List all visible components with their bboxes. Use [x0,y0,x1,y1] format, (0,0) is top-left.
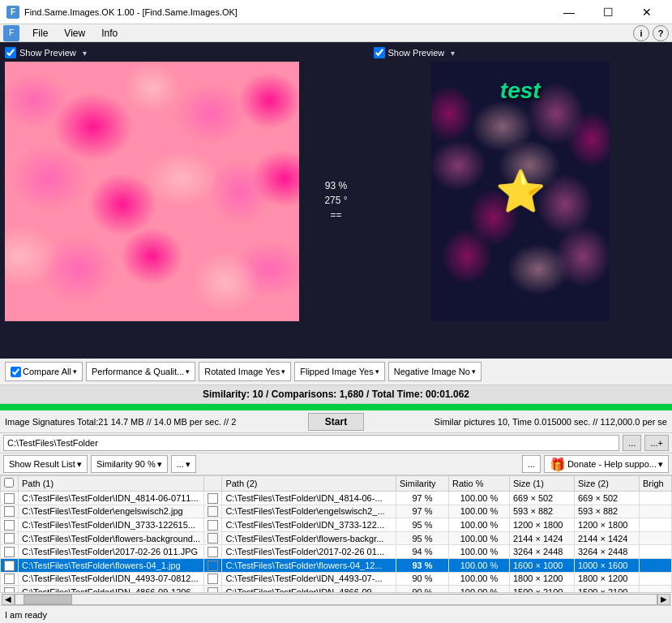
row-check1[interactable] [1,586,19,592]
row-check1[interactable] [1,545,19,559]
menubar: F File View Info i ? [0,24,672,42]
left-image [5,62,299,321]
row-similarity: 93 % [396,558,449,572]
row-similarity: 90 % [396,586,449,592]
show-result-dropdown[interactable]: Show Result List ▾ [3,455,88,473]
donate-arrow: ▾ [658,459,663,470]
row-path1: C:\TestFiles\TestFolder\IDN_4814-06-0711… [19,492,204,505]
compare-all-checkbox[interactable] [11,367,21,377]
row-check2[interactable] [204,586,222,592]
menu-file[interactable]: File [26,26,54,41]
row-size1: 669 × 502 [510,492,575,505]
scroll-track[interactable] [15,594,657,605]
help-button-question[interactable]: ? [653,25,669,41]
row-ratio: 100.00 % [449,586,510,592]
row-check2[interactable] [204,558,222,572]
table-row[interactable]: C:\TestFiles\TestFolder\engelswisch2.jpg… [1,505,672,518]
select-all-checkbox[interactable] [4,478,14,488]
close-button[interactable]: ✕ [628,0,666,24]
scroll-left-arrow[interactable]: ◀ [2,594,15,605]
row-size2: 3264 × 2448 [575,545,640,559]
row-path2: C:\TestFiles\TestFolder\IDN_4866-09-... [222,586,396,592]
table-row[interactable]: C:\TestFiles\TestFolder\IDN_4814-06-0711… [1,492,672,505]
star-emoji: ⭐ [495,168,546,215]
row-check1[interactable] [1,558,19,572]
progress-fill [0,404,672,410]
row-size1: 3264 × 2448 [510,545,575,559]
menu-view[interactable]: View [58,26,92,41]
row-path2: C:\TestFiles\TestFolder\flowers-04_12... [222,558,396,572]
col-check1 [1,476,19,492]
col-path2-header: Path (2) [222,476,396,492]
path-browse-button[interactable]: ... [623,435,641,451]
left-preview-arrow[interactable]: ▾ [83,49,87,58]
path-input[interactable] [3,435,619,451]
right-preview-arrow[interactable]: ▾ [451,49,455,58]
row-brigh [640,531,672,545]
more2-options-dropdown[interactable]: ... [522,455,541,473]
more-options-dropdown[interactable]: ... ▾ [171,455,196,473]
col-brigh-header: Brigh [640,476,672,492]
table-body: C:\TestFiles\TestFolder\IDN_4814-06-0711… [1,492,672,593]
donate-dropdown[interactable]: 🎁 Donate - Help suppo... ▾ [544,455,669,473]
table-row[interactable]: C:\TestFiles\TestFolder\flowers-backgrou… [1,531,672,545]
table-header: Path (1) Path (2) Similarity Ratio % Siz… [1,476,672,492]
scroll-right-arrow[interactable]: ▶ [657,594,670,605]
menu-info[interactable]: Info [95,26,124,41]
row-path2: C:\TestFiles\TestFolder\2017-02-26 01... [222,545,396,559]
row-path2: C:\TestFiles\TestFolder\IDN_3733-122... [222,518,396,532]
rotated-dropdown[interactable]: Rotated Image Yes ▾ [199,362,291,381]
table-row[interactable]: C:\TestFiles\TestFolder\2017-02-26 011.J… [1,545,672,559]
horizontal-scrollbar[interactable]: ◀ ▶ [0,592,672,605]
row-check2[interactable] [204,505,222,518]
start-button[interactable]: Start [308,413,364,431]
left-show-preview-checkbox[interactable] [5,47,16,58]
row-path1: C:\TestFiles\TestFolder\IDN_4493-07-0812… [19,572,204,586]
row-check1[interactable] [1,572,19,586]
minimize-button[interactable]: — [550,0,588,24]
row-check2[interactable] [204,545,222,559]
table-row[interactable]: C:\TestFiles\TestFolder\IDN_3733-122615.… [1,518,672,532]
row-check1[interactable] [1,492,19,505]
similarity-text: Similarity: 10 / Comparisons: 1,680 / To… [203,389,469,400]
help-button-info[interactable]: i [633,25,649,41]
maximize-button[interactable]: ☐ [589,0,627,24]
performance-dropdown[interactable]: Performance & Qualit... ▾ [86,362,195,381]
table-row[interactable]: C:\TestFiles\TestFolder\IDN_4493-07-0812… [1,572,672,586]
row-brigh [640,586,672,592]
col-size2-header: Size (2) [575,476,640,492]
row-size2: 1500 × 2100 [575,586,640,592]
right-show-preview-checkbox[interactable] [374,47,385,58]
show-result-arrow: ▾ [77,459,82,470]
scroll-thumb[interactable] [24,595,72,604]
flipped-dropdown[interactable]: Flipped Image Yes ▾ [294,362,385,381]
more-options-arrow: ▾ [186,459,190,470]
more2-label: ... [528,459,535,469]
table-section: Path (1) Path (2) Similarity Ratio % Siz… [0,475,672,605]
row-check2[interactable] [204,531,222,545]
table-row[interactable]: C:\TestFiles\TestFolder\flowers-04_1.jpg… [1,558,672,572]
table-row[interactable]: C:\TestFiles\TestFolder\IDN_4866-09-1206… [1,586,672,592]
similarity-dropdown[interactable]: Similarity 90 % ▾ [91,455,168,473]
similarity-percentage: 93 % [325,180,347,191]
row-ratio: 100.00 % [449,531,510,545]
preview-section: Show Preview ▾ 93 % 275 ° == Show Previe… [0,42,672,359]
row-check2[interactable] [204,572,222,586]
row-check2[interactable] [204,492,222,505]
compare-all-dropdown[interactable]: Compare All ▾ [5,362,83,381]
row-path1: C:\TestFiles\TestFolder\flowers-04_1.jpg [19,558,204,572]
row-check1[interactable] [1,531,19,545]
path-add-button[interactable]: ...+ [644,435,669,451]
help-icons: i ? [633,25,669,41]
negative-dropdown[interactable]: Negative Image No ▾ [388,362,482,381]
row-check1[interactable] [1,518,19,532]
row-path1: C:\TestFiles\TestFolder\2017-02-26 011.J… [19,545,204,559]
row-path1: C:\TestFiles\TestFolder\IDN_4866-09-1206… [19,586,204,592]
row-check2[interactable] [204,518,222,532]
table-container[interactable]: Path (1) Path (2) Similarity Ratio % Siz… [0,475,672,592]
options-row: Show Result List ▾ Similarity 90 % ▾ ...… [0,453,672,475]
row-path2: C:\TestFiles\TestFolder\flowers-backgr..… [222,531,396,545]
performance-arrow: ▾ [186,367,190,376]
row-check1[interactable] [1,505,19,518]
similarity-option-label: Similarity 90 % [96,459,156,469]
